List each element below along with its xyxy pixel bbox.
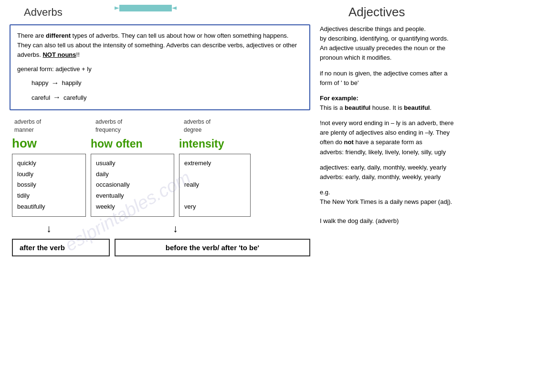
adjectives-para3: For example: This is a beautiful house. … [320, 94, 548, 113]
adjectives-para4: !not every word ending in – ly is an adv… [320, 118, 548, 157]
degree-word-box: extremelyreallyvery [179, 154, 251, 217]
adjectives-same-words: adjectives: early, daily, monthly, weekl… [320, 163, 548, 182]
result-after-verb: after the verb [12, 239, 110, 256]
result-boxes-row: after the verb before the verb/ after 't… [12, 239, 310, 256]
category-labels-row: adverbs ofmanner adverbs offrequency adv… [12, 118, 310, 134]
green-labels-row: how how often intensity [12, 136, 310, 151]
arrow-down-freq-degree: ↓ [91, 222, 260, 235]
general-form: general form: adjective + ly [17, 64, 303, 74]
example-happy: happy → happily [32, 77, 303, 89]
arrow-down-manner: ↓ [12, 222, 86, 235]
category-frequency-label: adverbs offrequency [91, 118, 179, 134]
info-box: There are different types of adverbs. Th… [10, 24, 310, 110]
example-careful: careful → carefully [32, 92, 303, 104]
green-intensity: intensity [179, 138, 224, 150]
green-how-often: how often [91, 138, 179, 150]
adverbs-title: Adverbs [24, 6, 63, 19]
category-manner-label: adverbs ofmanner [12, 118, 91, 134]
word-boxes-row: quicklyloudlybossilytidilybeautifully us… [12, 154, 310, 217]
frequency-word-box: usuallydailyoccasionallyeventuallyweekly [91, 154, 174, 217]
green-how: how [12, 136, 91, 151]
adjectives-para2: if no noun is given, the adjective comes… [320, 69, 548, 88]
adjectives-examples: e.g. The New York Times is a daily news … [320, 188, 548, 226]
manner-word-box: quicklyloudlybossilytidilybeautifully [12, 154, 86, 217]
double-arrow-icon [115, 0, 177, 19]
adjectives-para1: Adjectives describe things and people. b… [320, 24, 548, 63]
adjectives-title: Adjectives [348, 5, 405, 20]
category-degree-label: adverbs ofdegree [179, 118, 255, 134]
down-arrows-row: ↓ ↓ [12, 222, 310, 235]
result-before-verb: before the verb/ after 'to be' [115, 239, 310, 256]
